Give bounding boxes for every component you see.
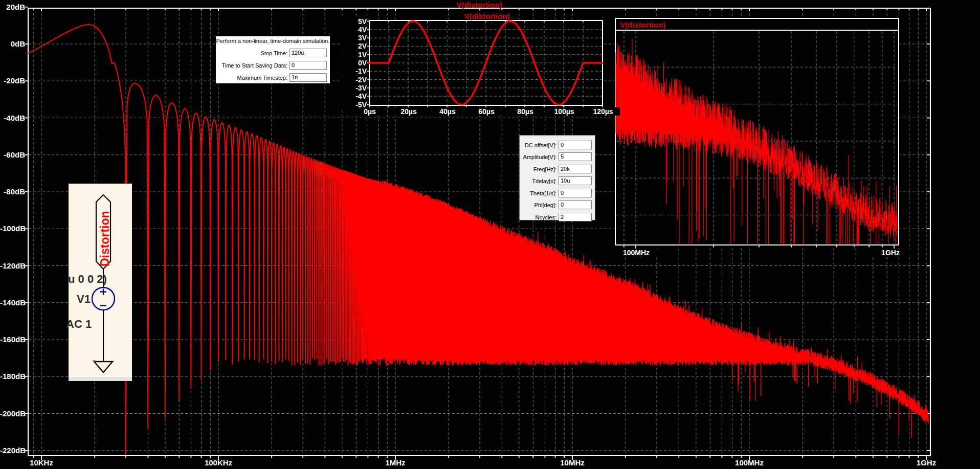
fft-inset-title: V(distortion) [620,20,665,29]
time-inset-title: V(distortion) [436,12,538,20]
tick-label: 80µs [508,107,542,116]
tick-label: 4V [342,26,367,34]
tick-label: 20µs [392,107,426,116]
stop-time-label: Stop Time: [218,50,289,56]
amplitude-input[interactable]: 5 [559,152,592,161]
instance-name-label[interactable]: V1 [77,293,91,305]
tick-label: 1GHz [903,458,949,467]
tick-label: -60dB [0,150,25,159]
tick-label: -180dB [0,372,25,381]
tick-label: -220dB [0,446,25,455]
theta-label: Theta[1/s]: [522,190,559,196]
schematic-pane-bottom-strip [69,376,132,381]
tdelay-label: Tdelay[s]: [522,178,559,184]
ac-spec-label[interactable]: AC 1 [66,318,92,330]
node-marker [94,361,96,363]
time-domain-inset-plot[interactable] [367,19,604,108]
tick-label: -1V [342,67,367,75]
main-plot-title: V(distortion) [428,1,530,9]
tick-label: 100µs [547,107,581,116]
dc-offset-input[interactable]: 0 [559,141,592,149]
tick-label: 60µs [470,107,503,116]
tick-label: -4V [342,92,367,100]
stop-time-input[interactable]: 120u [289,49,327,57]
tick-label: 10KHz [18,458,64,467]
tick-label: 3V [342,34,367,42]
tick-label: 0µs [353,107,387,116]
max-timestep-label: Maximum Timestep: [218,75,289,81]
tick-label: -200dB [0,409,25,418]
tick-label: -3V [342,84,367,92]
transient-simulation-dialog: Perform a non-linear, time-domain simula… [215,36,330,84]
tick-label: -140dB [0,298,25,307]
tick-label: 100MHz [726,458,772,467]
net-label-distortion[interactable]: Distortion [98,211,112,266]
tick-label: 120µs [586,107,620,116]
ncycles-input[interactable]: 2 [559,213,592,221]
fft-zoom-inset-plot[interactable] [614,17,900,249]
tick-label: 1GHz [870,249,911,257]
tick-label: -20dB [0,76,25,85]
schematic-overlay: u 0 0 2) V1 AC 1 Distortion [66,184,132,381]
tick-label: 10MHz [549,458,595,467]
tick-label: -120dB [0,261,25,270]
tdelay-input[interactable]: 10u [559,176,592,185]
sine-source-parameter-dialog: DC offset[V]: 0 Amplitude[V]: 5 Freq[Hz]… [519,135,595,220]
tick-label: 1V [342,51,367,59]
tick-label: -100dB [0,224,25,233]
tick-label: -40dB [0,114,25,122]
amplitude-label: Amplitude[V]: [522,154,559,160]
ncycles-label: Ncycles: [522,214,559,220]
tick-label: -80dB [0,187,25,196]
freq-input[interactable]: 20k [559,165,592,173]
tick-label: 100MHz [615,249,657,257]
max-timestep-input[interactable]: 1n [289,73,327,82]
start-saving-label: Time to Start Saving Data: [218,62,289,69]
phi-input[interactable]: 0 [559,200,592,209]
tick-label: 5V [342,17,367,26]
tick-label: 100KHz [195,458,241,467]
freq-label: Freq[Hz]: [522,166,559,172]
theta-input[interactable]: 0 [559,189,592,197]
spice-directive-text[interactable]: u 0 0 2) [68,273,107,285]
tick-label: 1MHz [372,458,418,467]
ltspice-waveform-window: u 0 0 2) V1 AC 1 Distortion 20dB0dB-20dB… [0,0,980,469]
tick-label: 0dB [0,39,25,48]
tick-label: 40µs [431,107,464,116]
tick-label: -160dB [0,335,25,344]
start-saving-input[interactable]: 0 [289,61,327,70]
phi-label: Phi[deg]: [522,202,559,208]
sim-dialog-heading: Perform a non-linear, time-domain simula… [216,38,330,44]
tick-label: 0V [342,59,367,67]
tick-label: 20dB [0,3,25,11]
dc-offset-label: DC offset[V]: [522,142,559,148]
tick-label: 2V [342,42,367,50]
tick-label: -2V [342,76,367,84]
